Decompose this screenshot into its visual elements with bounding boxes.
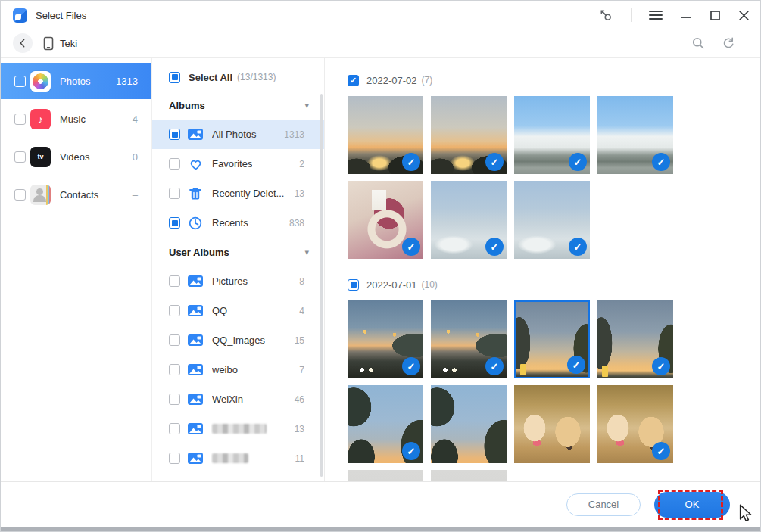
- album-row-all-photos[interactable]: All Photos 1313: [152, 120, 324, 149]
- date-group-header: 2022-07-02 (7): [348, 74, 760, 86]
- heart-icon: [188, 157, 203, 170]
- checkbox[interactable]: [169, 423, 180, 434]
- checkbox[interactable]: [169, 217, 180, 229]
- app-window: Select Files Teki: [0, 0, 761, 532]
- photo-thumb[interactable]: [514, 385, 590, 463]
- chevron-down-icon[interactable]: ▾: [304, 247, 309, 257]
- album-count: 838: [289, 218, 304, 229]
- album-label: Recents: [212, 217, 248, 229]
- sidebar-item-count: 1313: [116, 76, 138, 87]
- refresh-icon[interactable]: [722, 36, 735, 50]
- checkbox[interactable]: [169, 305, 180, 316]
- trash-icon: [188, 187, 203, 201]
- photo-thumb[interactable]: [431, 385, 507, 463]
- category-sidebar: Photos 1313 ♪ Music 4 tv Videos 0 Contac…: [1, 58, 152, 483]
- sidebar-item-count: –: [133, 189, 138, 201]
- checkbox[interactable]: [169, 334, 180, 346]
- date-label: 2022-07-01: [366, 279, 417, 291]
- checkbox[interactable]: [169, 129, 180, 140]
- titlebar: Select Files: [1, 1, 760, 30]
- sidebar-item-label: Photos: [60, 76, 90, 87]
- checkbox[interactable]: [169, 453, 180, 464]
- album-label: Favorites: [212, 158, 252, 170]
- activation-key-icon[interactable]: [598, 8, 613, 23]
- checkmark-badge: ✓: [652, 357, 670, 375]
- menu-icon[interactable]: [649, 10, 663, 20]
- photo-thumb[interactable]: ✓: [597, 300, 673, 378]
- photo-thumb[interactable]: ✓: [514, 181, 590, 259]
- checkmark-badge: ✓: [485, 238, 504, 256]
- videos-app-icon: tv: [30, 147, 51, 167]
- album-count: 15: [295, 335, 304, 346]
- photo-thumb[interactable]: ✓: [348, 181, 423, 259]
- sidebar-item-label: Contacts: [60, 189, 98, 201]
- album-row-recently-deleted[interactable]: Recently Delet... 13: [152, 179, 324, 208]
- checkbox[interactable]: [169, 394, 180, 405]
- back-button[interactable]: [13, 33, 33, 53]
- photo-thumb[interactable]: ✓: [348, 96, 423, 174]
- date-group-checkbox[interactable]: [348, 279, 359, 291]
- photo-thumb[interactable]: ✓: [431, 96, 507, 174]
- sidebar-item-music[interactable]: ♪ Music 4: [1, 101, 151, 137]
- footer-bar: Cancel OK: [1, 481, 760, 527]
- search-icon[interactable]: [691, 36, 705, 50]
- photo-thumb[interactable]: ✓: [348, 385, 423, 463]
- checkbox[interactable]: [14, 76, 26, 87]
- date-count: (10): [422, 279, 438, 290]
- album-row-redacted-2[interactable]: 11: [152, 443, 324, 473]
- close-button[interactable]: [738, 10, 750, 21]
- album-row-pictures[interactable]: Pictures 8: [152, 266, 324, 296]
- checkbox[interactable]: [14, 114, 26, 125]
- checkbox[interactable]: [169, 188, 180, 199]
- checkmark-badge: ✓: [402, 238, 420, 256]
- sidebar-item-count: 0: [133, 151, 138, 163]
- album-count: 7: [299, 365, 304, 375]
- checkbox[interactable]: [14, 151, 26, 163]
- checkbox[interactable]: [169, 364, 180, 375]
- photo-thumb[interactable]: ✓: [597, 385, 673, 463]
- contacts-app-icon: [30, 185, 51, 205]
- ok-button[interactable]: OK: [654, 492, 730, 518]
- album-row-recents[interactable]: Recents 838: [152, 208, 324, 238]
- cancel-button[interactable]: Cancel: [566, 493, 641, 516]
- date-group-checkbox[interactable]: [348, 75, 359, 86]
- album-label: All Photos: [212, 129, 257, 140]
- albums-scrollbar[interactable]: [320, 94, 323, 477]
- album-count: 1313: [284, 129, 304, 140]
- select-all-checkbox[interactable]: [169, 72, 180, 83]
- photo-thumb[interactable]: ✓: [514, 96, 590, 174]
- checkbox[interactable]: [169, 158, 180, 170]
- album-icon: [188, 423, 203, 434]
- maximize-button[interactable]: [710, 10, 721, 21]
- album-label: WeiXin: [212, 394, 243, 405]
- album-row-qq-images[interactable]: QQ_Images 15: [152, 325, 324, 355]
- photo-thumb[interactable]: ✓: [431, 181, 507, 259]
- clock-icon: [188, 216, 203, 230]
- album-row-qq[interactable]: QQ 4: [152, 296, 324, 325]
- checkmark-badge: ✓: [402, 442, 420, 460]
- album-row-weixin[interactable]: WeiXin 46: [152, 384, 324, 414]
- sidebar-item-photos[interactable]: Photos 1313: [1, 63, 151, 99]
- album-count: 13: [295, 188, 304, 199]
- checkbox[interactable]: [14, 189, 26, 201]
- select-all-count: (13/1313): [237, 72, 276, 82]
- select-all-row[interactable]: Select All (13/1313): [152, 64, 324, 91]
- photo-thumb[interactable]: ✓: [431, 300, 507, 378]
- photo-thumb[interactable]: ✓: [514, 300, 590, 378]
- album-row-weibo[interactable]: weibo 7: [152, 355, 324, 384]
- photo-thumb[interactable]: ✓: [597, 96, 673, 174]
- minimize-button[interactable]: [680, 9, 692, 21]
- chevron-down-icon[interactable]: ▾: [304, 101, 309, 110]
- checkbox[interactable]: [169, 275, 180, 287]
- sidebar-item-videos[interactable]: tv Videos 0: [1, 138, 151, 175]
- album-label: weibo: [212, 364, 238, 375]
- photo-thumb[interactable]: ✓: [348, 300, 423, 378]
- section-title: Albums: [169, 100, 205, 111]
- checkmark-badge: ✓: [485, 153, 504, 171]
- sidebar-item-contacts[interactable]: Contacts –: [1, 176, 151, 213]
- sidebar-item-label: Music: [60, 114, 86, 125]
- checkmark-badge: ✓: [652, 442, 670, 460]
- album-row-redacted-1[interactable]: 13: [152, 414, 324, 443]
- album-row-favorites[interactable]: Favorites 2: [152, 149, 324, 179]
- album-icon: [188, 275, 203, 287]
